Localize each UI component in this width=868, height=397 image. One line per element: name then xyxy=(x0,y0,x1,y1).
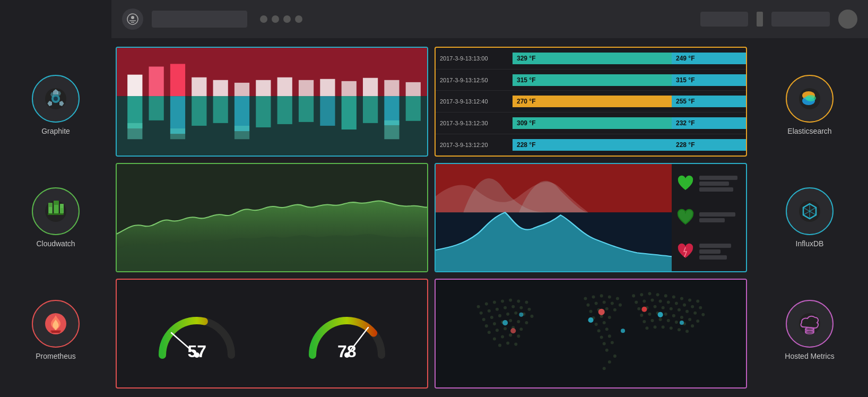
topbar-btn2[interactable] xyxy=(771,12,830,27)
svg-point-147 xyxy=(675,302,678,305)
svg-point-150 xyxy=(699,306,702,309)
svg-point-142 xyxy=(635,301,638,304)
svg-point-68 xyxy=(501,300,504,303)
heart-bars-3 xyxy=(699,244,742,260)
table-val1-3: 309 °F xyxy=(513,117,672,129)
svg-point-9 xyxy=(54,97,58,101)
sidebar-item-hostedmetrics[interactable]: Hosted Metrics xyxy=(785,300,834,360)
svg-point-164 xyxy=(672,314,675,317)
svg-point-182 xyxy=(621,329,625,333)
svg-rect-33 xyxy=(299,80,314,96)
svg-point-107 xyxy=(608,296,611,299)
svg-point-120 xyxy=(608,316,611,319)
svg-rect-29 xyxy=(213,80,228,96)
svg-point-167 xyxy=(696,320,699,323)
areachart-svg xyxy=(117,164,427,272)
svg-point-79 xyxy=(482,318,485,321)
svg-rect-52 xyxy=(406,96,421,121)
svg-point-72 xyxy=(480,312,483,315)
svg-point-90 xyxy=(517,320,520,323)
right-sidebar: Elasticsearch InfluxDB xyxy=(751,38,868,397)
svg-point-123 xyxy=(597,330,601,333)
svg-rect-46 xyxy=(277,96,292,124)
barchart-svg xyxy=(117,48,427,156)
panel-barchart xyxy=(116,47,428,157)
svg-point-134 xyxy=(640,294,643,297)
grafana-logo-icon[interactable] xyxy=(122,8,143,30)
svg-point-189 xyxy=(510,329,516,334)
svg-point-185 xyxy=(502,320,508,325)
svg-point-131 xyxy=(608,360,611,364)
svg-point-116 xyxy=(605,307,609,310)
svg-point-87 xyxy=(493,322,496,325)
gauge-2-value: 78 xyxy=(337,342,357,361)
sidebar-item-graphite[interactable]: Graphite xyxy=(32,75,80,135)
panel-areachart xyxy=(116,163,428,273)
svg-point-69 xyxy=(509,299,512,302)
search-bar[interactable] xyxy=(152,11,247,28)
svg-point-77 xyxy=(519,306,523,309)
svg-point-86 xyxy=(485,324,488,327)
svg-point-65 xyxy=(477,305,480,308)
svg-point-82 xyxy=(506,313,509,316)
svg-point-112 xyxy=(611,302,614,305)
svg-rect-55 xyxy=(235,126,249,139)
svg-point-109 xyxy=(586,304,589,307)
svg-point-83 xyxy=(514,312,517,315)
heart-bar-1c xyxy=(699,187,733,192)
svg-point-160 xyxy=(640,314,643,317)
svg-point-93 xyxy=(496,329,499,332)
svg-point-66 xyxy=(485,303,488,306)
heart-bar-3a xyxy=(699,244,731,248)
svg-point-100 xyxy=(517,335,520,338)
table-val1-1: 315 °F xyxy=(513,74,672,86)
svg-rect-40 xyxy=(149,96,164,120)
table-val1-0: 329 °F xyxy=(513,53,672,64)
svg-point-178 xyxy=(670,326,673,330)
svg-point-124 xyxy=(605,328,609,331)
sidebar-item-cloudwatch[interactable]: Cloudwatch xyxy=(32,187,80,248)
nav-dot-1[interactable] xyxy=(260,15,267,23)
elasticsearch-icon-circle xyxy=(786,75,834,123)
svg-point-92 xyxy=(488,331,491,334)
cloudwatch-label: Cloudwatch xyxy=(36,239,75,248)
svg-rect-49 xyxy=(342,96,357,130)
svg-point-85 xyxy=(531,315,534,318)
svg-point-177 xyxy=(662,325,665,329)
svg-rect-37 xyxy=(384,80,399,96)
table-time-1: 2017-3-9-13:12:50 xyxy=(436,75,513,85)
svg-point-125 xyxy=(600,336,603,339)
nav-dot-2[interactable] xyxy=(272,15,279,23)
svg-point-139 xyxy=(680,297,683,300)
svg-point-158 xyxy=(693,312,697,315)
table-val2-4: 228 °F xyxy=(672,139,746,151)
svg-rect-41 xyxy=(170,96,185,134)
hostedmetrics-icon-circle xyxy=(786,300,834,348)
svg-rect-19 xyxy=(48,213,64,215)
nav-dot-4[interactable] xyxy=(295,15,302,23)
svg-point-94 xyxy=(504,327,507,331)
svg-rect-22 xyxy=(51,331,60,333)
svg-rect-28 xyxy=(192,77,206,96)
svg-point-99 xyxy=(509,334,512,337)
svg-point-181 xyxy=(588,317,593,323)
map-svg xyxy=(436,280,746,387)
heart-bars-2 xyxy=(699,212,742,222)
heart-icon-1 xyxy=(676,174,695,193)
user-avatar[interactable] xyxy=(838,10,857,29)
svg-point-137 xyxy=(664,295,667,298)
svg-rect-27 xyxy=(170,64,185,96)
prometheus-label: Prometheus xyxy=(36,352,75,360)
panel-gauge: 57 xyxy=(116,279,428,389)
svg-rect-42 xyxy=(192,96,206,126)
sidebar-item-prometheus[interactable]: Prometheus xyxy=(32,300,80,360)
sidebar-item-elasticsearch[interactable]: Elasticsearch xyxy=(786,75,834,135)
sidebar-item-influxdb[interactable]: InfluxDB xyxy=(786,187,834,248)
nav-dot-3[interactable] xyxy=(283,15,291,23)
topbar-btn1[interactable] xyxy=(700,12,748,27)
table-val1-4: 228 °F xyxy=(513,139,672,151)
elasticsearch-label: Elasticsearch xyxy=(787,127,831,135)
gauge-1: 57 xyxy=(154,302,239,366)
svg-rect-48 xyxy=(320,96,335,126)
svg-point-186 xyxy=(519,313,523,317)
